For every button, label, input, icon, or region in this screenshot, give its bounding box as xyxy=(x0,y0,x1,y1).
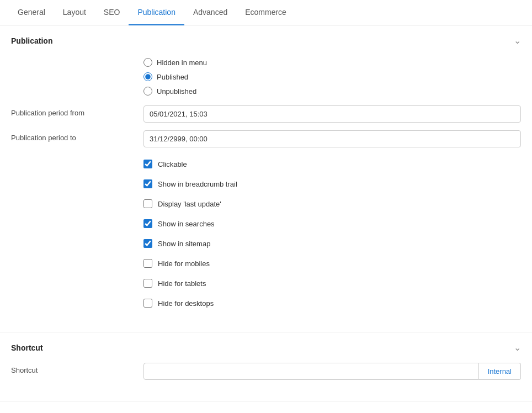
checkbox-sitemap-item[interactable]: Show in sitemap xyxy=(143,239,521,248)
radio-published-input[interactable] xyxy=(143,72,152,81)
tab-advanced[interactable]: Advanced xyxy=(184,0,236,25)
radio-unpublished-input[interactable] xyxy=(143,87,152,96)
checkbox-mobiles-label: Hide for mobiles xyxy=(158,260,210,268)
checkbox-breadcrumb-input[interactable] xyxy=(143,179,152,188)
radio-hidden-input[interactable] xyxy=(143,58,152,67)
radio-hidden-item[interactable]: Hidden in menu xyxy=(143,58,521,67)
checkbox-last-update-input[interactable] xyxy=(143,199,152,208)
shortcut-section-body: Shortcut Internal xyxy=(0,363,532,401)
tab-publication[interactable]: Publication xyxy=(129,0,184,25)
publication-chevron-icon: ⌄ xyxy=(514,35,521,46)
shortcut-section: Shortcut ⌄ Shortcut Internal xyxy=(0,332,532,401)
shortcut-input[interactable] xyxy=(143,363,479,380)
tab-ecommerce[interactable]: Ecommerce xyxy=(236,0,295,25)
publication-radio-group: Hidden in menu Published Unpublished xyxy=(11,56,521,105)
period-from-label: Publication period from xyxy=(11,105,143,117)
shortcut-form-row: Shortcut Internal xyxy=(11,363,521,380)
checkbox-breadcrumb-label: Show in breadcrumb trail xyxy=(158,180,237,188)
shortcut-section-title: Shortcut xyxy=(11,343,43,352)
radio-published-item[interactable]: Published xyxy=(143,72,521,81)
checkbox-tablets-input[interactable] xyxy=(143,279,152,288)
checkbox-desktops-input[interactable] xyxy=(143,299,152,308)
shortcut-control: Internal xyxy=(143,363,521,380)
checkbox-tablets-label: Hide for tablets xyxy=(158,279,206,288)
checkbox-clickable-label: Clickable xyxy=(158,160,187,168)
tabs-nav: General Layout SEO Publication Advanced … xyxy=(0,0,532,25)
publication-section-header[interactable]: Publication ⌄ xyxy=(0,25,532,56)
publication-section-title: Publication xyxy=(11,36,52,45)
period-to-row: Publication period to xyxy=(11,130,521,147)
checkbox-searches-input[interactable] xyxy=(143,219,152,228)
checkbox-group: Clickable Show in breadcrumb trail Displ… xyxy=(11,155,521,308)
period-to-control xyxy=(143,130,521,147)
period-from-control xyxy=(143,105,521,123)
radio-unpublished-label: Unpublished xyxy=(157,87,196,96)
checkbox-clickable-input[interactable] xyxy=(143,160,152,168)
publication-section: Publication ⌄ Hidden in menu Published U… xyxy=(0,25,532,332)
tab-general[interactable]: General xyxy=(9,0,54,25)
shortcut-input-wrap: Internal xyxy=(143,363,521,380)
checkbox-last-update-item[interactable]: Display 'last update' xyxy=(143,199,521,208)
checkbox-mobiles-item[interactable]: Hide for mobiles xyxy=(143,259,521,268)
checkbox-searches-label: Show in searches xyxy=(158,220,215,228)
radio-published-label: Published xyxy=(157,73,188,81)
internal-button[interactable]: Internal xyxy=(479,363,521,380)
checkbox-sitemap-label: Show in sitemap xyxy=(158,240,210,248)
checkbox-searches-item[interactable]: Show in searches xyxy=(143,219,521,228)
period-from-row: Publication period from xyxy=(11,105,521,123)
shortcut-chevron-icon: ⌄ xyxy=(514,342,521,353)
publication-section-body: Hidden in menu Published Unpublished Pub… xyxy=(0,56,532,332)
period-to-label: Publication period to xyxy=(11,130,143,142)
checkbox-breadcrumb-item[interactable]: Show in breadcrumb trail xyxy=(143,179,521,188)
shortcut-section-header[interactable]: Shortcut ⌄ xyxy=(0,332,532,363)
tab-seo[interactable]: SEO xyxy=(95,0,129,25)
checkbox-desktops-item[interactable]: Hide for desktops xyxy=(143,299,521,308)
checkbox-sitemap-input[interactable] xyxy=(143,239,152,248)
period-from-input[interactable] xyxy=(143,105,521,123)
radio-unpublished-item[interactable]: Unpublished xyxy=(143,87,521,96)
radio-hidden-label: Hidden in menu xyxy=(157,59,207,67)
shortcut-label: Shortcut xyxy=(11,363,143,374)
checkbox-clickable-item[interactable]: Clickable xyxy=(143,160,521,168)
tab-layout[interactable]: Layout xyxy=(54,0,95,25)
checkbox-desktops-label: Hide for desktops xyxy=(158,299,214,308)
period-to-input[interactable] xyxy=(143,130,521,147)
checkbox-tablets-item[interactable]: Hide for tablets xyxy=(143,279,521,288)
checkbox-last-update-label: Display 'last update' xyxy=(158,200,221,208)
checkbox-mobiles-input[interactable] xyxy=(143,259,152,268)
